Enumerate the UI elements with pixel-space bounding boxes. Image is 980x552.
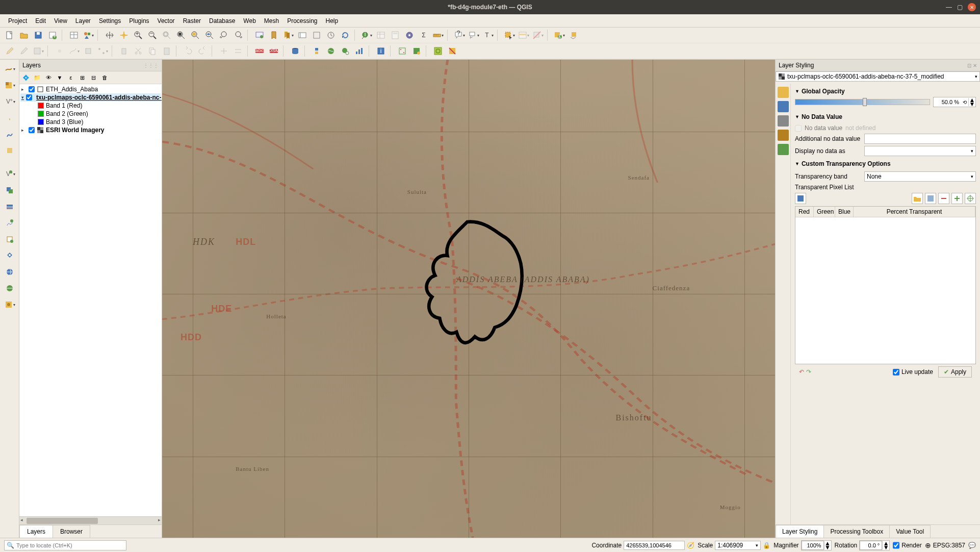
zoom-next-button[interactable] <box>231 29 245 42</box>
save-edits-button[interactable] <box>32 44 45 58</box>
add-delimited-button[interactable]: , <box>3 111 17 125</box>
rotation-spinner[interactable]: ▲▼ <box>859 540 890 550</box>
temporal-button[interactable] <box>324 29 338 42</box>
style-redo-button[interactable]: ↷ <box>806 368 811 375</box>
style-undo-button[interactable]: ↶ <box>799 368 804 375</box>
tree-row-esri[interactable]: ▸ ESRI World Imagery <box>20 126 161 134</box>
add-raster-layer-button[interactable] <box>3 78 17 92</box>
layers-tree[interactable]: ▸ ETH_Addis_Ababa ▾ txu-pclmaps-oclc-659… <box>19 84 162 516</box>
coordinate-input[interactable] <box>624 541 685 550</box>
wcs-button[interactable] <box>3 297 17 312</box>
tree-row-band2[interactable]: Band 2 (Green) <box>20 110 161 118</box>
render-checkbox-field[interactable]: Render <box>893 541 921 550</box>
add-point-layer-button[interactable]: V° <box>3 94 17 109</box>
menu-mesh[interactable]: Mesh <box>260 15 283 27</box>
annotation-button[interactable] <box>467 29 480 42</box>
menu-raster[interactable]: Raster <box>179 15 205 27</box>
new-vector-button[interactable]: V° <box>3 167 17 181</box>
apply-button[interactable]: ✔Apply <box>938 366 972 378</box>
additional-nodata-input[interactable] <box>864 134 976 144</box>
new-shapefile-button[interactable] <box>3 199 17 214</box>
panel-drag-handle[interactable]: ⊡ ✕ <box>967 63 977 68</box>
tab-processing-toolbox[interactable]: Processing Toolbox <box>823 525 890 538</box>
run-model-button[interactable] <box>431 44 445 58</box>
vertex-tool-button[interactable] <box>96 44 109 58</box>
transparent-pixel-table[interactable]: Red Green Blue Percent Transparent <box>795 206 976 364</box>
minimize-button[interactable]: — <box>946 4 952 11</box>
crs-field[interactable]: ⊕ EPSG:3857 <box>925 541 965 549</box>
georef-1-button[interactable] <box>396 44 409 58</box>
pick-from-canvas-button[interactable] <box>965 193 976 204</box>
remove-layer-icon[interactable]: 🗑 <box>100 73 109 82</box>
layer-checkbox[interactable] <box>26 94 32 101</box>
deselect-button[interactable] <box>531 29 545 42</box>
statistics-button[interactable]: Σ <box>417 29 430 42</box>
new-spatialite-button[interactable] <box>3 216 17 230</box>
zoom-last-button[interactable] <box>217 29 230 42</box>
menu-web[interactable]: Web <box>239 15 260 27</box>
profile-button[interactable] <box>353 44 366 58</box>
coordinate-toggle-icon[interactable]: 🧭 <box>687 542 694 549</box>
slider-handle[interactable] <box>863 98 867 106</box>
menu-view[interactable]: View <box>50 15 71 27</box>
style-layer-selector[interactable]: txu-pclmaps-oclc-6590061-addis-abeba-nc-… <box>776 71 980 82</box>
tree-row-eth[interactable]: ▸ ETH_Addis_Ababa <box>20 85 161 93</box>
measure-button[interactable] <box>431 29 445 42</box>
plugin-manager-button[interactable] <box>446 44 459 58</box>
add-feature-button[interactable] <box>53 44 66 58</box>
tab-layers[interactable]: Layers <box>19 525 53 538</box>
magnifier-spinner[interactable]: ▲▼ <box>801 540 832 550</box>
hcmgis-button[interactable]: abc <box>253 44 266 58</box>
menu-processing[interactable]: Processing <box>283 15 321 27</box>
transparency-band-combo[interactable]: None▾ <box>864 171 976 182</box>
select-by-value-button[interactable] <box>517 29 530 42</box>
col-green[interactable]: Green <box>814 207 835 217</box>
locator-search[interactable]: 🔍 <box>4 540 126 550</box>
new-gpx-button[interactable] <box>3 248 17 263</box>
wfs-button[interactable] <box>3 281 17 295</box>
layer-styling-icon[interactable]: 💠 <box>21 73 31 82</box>
tree-row-band1[interactable]: Band 1 (Red) <box>20 102 161 110</box>
wms-button[interactable] <box>3 265 17 279</box>
osm-search-button[interactable] <box>324 44 338 58</box>
pan-button[interactable] <box>103 29 116 42</box>
mesh-1-button[interactable] <box>217 44 230 58</box>
render-checkbox[interactable] <box>893 541 899 550</box>
messages-icon[interactable]: 💬 <box>968 542 976 549</box>
tab-browser[interactable]: Browser <box>53 525 90 538</box>
menu-help[interactable]: Help <box>322 15 343 27</box>
undo-button[interactable] <box>182 44 195 58</box>
select-by-expression-button[interactable]: ε <box>553 29 566 42</box>
add-values-from-display-button[interactable] <box>925 193 936 204</box>
save-to-file-button[interactable] <box>795 193 806 204</box>
edit-pencil-button[interactable] <box>3 44 16 58</box>
collapse-all-icon[interactable]: ⊟ <box>89 73 98 82</box>
paste-button[interactable] <box>160 44 173 58</box>
tab-value-tool[interactable]: Value Tool <box>889 525 931 538</box>
panel-drag-handle[interactable]: ⋮⋮⋮ <box>143 63 159 68</box>
field-calc-button[interactable] <box>389 29 402 42</box>
live-update-checkbox-row[interactable]: Live update <box>893 368 933 375</box>
style-tab-pyramids-icon[interactable] <box>778 144 789 155</box>
layer-checkbox[interactable] <box>29 127 35 133</box>
open-project-button[interactable] <box>17 29 31 42</box>
opacity-input[interactable] <box>934 99 961 105</box>
zoom-full-button[interactable] <box>174 29 188 42</box>
section-global-opacity[interactable]: ▼Global Opacity <box>795 86 976 97</box>
expand-all-icon[interactable]: ⊞ <box>78 73 87 82</box>
zoom-in-button[interactable]: + <box>132 29 145 42</box>
col-red[interactable]: Red <box>795 207 814 217</box>
display-nodata-color[interactable]: ▾ <box>864 146 976 156</box>
select-by-location-button[interactable] <box>567 29 580 42</box>
plugin-db-button[interactable] <box>289 44 302 58</box>
live-update-checkbox[interactable] <box>893 369 899 375</box>
load-from-file-button[interactable] <box>912 193 923 204</box>
move-feature-button[interactable] <box>82 44 95 58</box>
menu-layer[interactable]: Layer <box>71 15 95 27</box>
tree-row-band3[interactable]: Band 3 (Blue) <box>20 118 161 126</box>
col-blue[interactable]: Blue <box>835 207 854 217</box>
toggle-editing-button[interactable] <box>17 44 31 58</box>
text-annotation-button[interactable]: T <box>481 29 495 42</box>
redo-button[interactable] <box>196 44 209 58</box>
scale-combo[interactable]: 1:406909▾ <box>715 541 761 550</box>
